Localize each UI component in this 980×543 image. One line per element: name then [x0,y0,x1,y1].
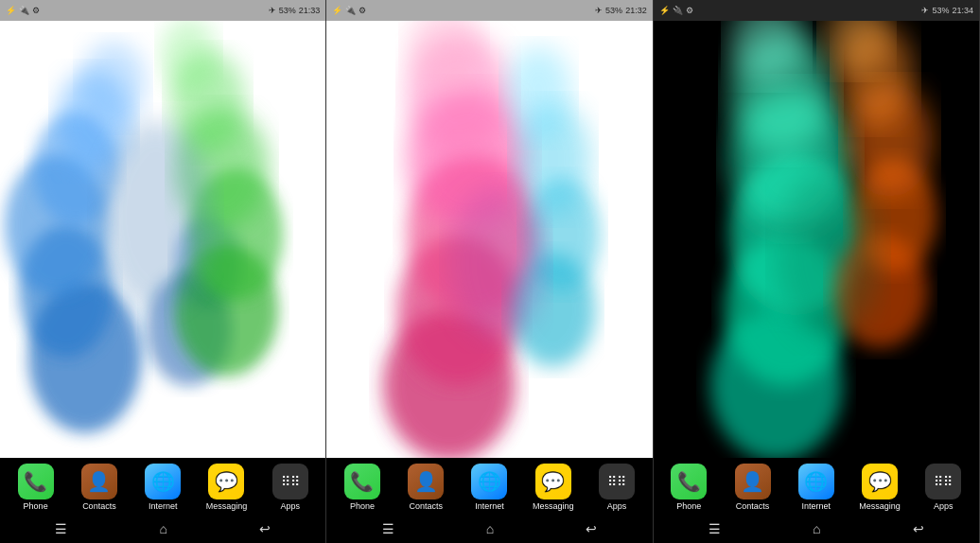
dock-item-phone-2[interactable]: 📞 Phone [341,464,384,511]
dock-2: 📞 Phone 👤 Contacts 🌐 Internet 💬 Messagin… [326,458,652,515]
nav-bar-1: ☰ ⌂ ↩ [0,515,325,543]
nav-bar-3: ☰ ⌂ ↩ [654,515,979,543]
internet-label-2: Internet [475,501,504,511]
svg-point-13 [99,121,213,310]
smoke-svg-2 [326,21,652,458]
dock-item-internet-3[interactable]: 🌐 Internet [795,464,838,511]
phone-icon-2: 📞 [344,464,380,499]
usb-icon-2: ⚡ [332,6,342,15]
airplane-icon-3: ✈ [921,6,929,15]
notif-icon-3: ⚙ [686,6,693,15]
messaging-label-2: Messaging [533,501,574,511]
messaging-icon-2: 💬 [535,464,571,499]
apps-icon-1: ⠿⠿ [272,464,308,499]
back-btn-3[interactable]: ↩ [913,521,924,536]
dock-item-internet-1[interactable]: 🌐 Internet [141,464,184,511]
dock-item-internet-2[interactable]: 🌐 Internet [467,464,511,511]
phone-screen-2: ⚡ 🔌 ⚙ ✈ 53% 21:32 [326,0,653,543]
dock-item-phone-1[interactable]: 📞 Phone [14,464,58,511]
svg-point-24 [449,187,544,339]
svg-point-5 [80,41,147,126]
dock-item-messaging-2[interactable]: 💬 Messaging [532,464,575,511]
nav-bar-2: ☰ ⌂ ↩ [326,515,652,543]
dock-item-apps-2[interactable]: ⠿⠿ Apps [595,464,639,511]
menu-btn-2[interactable]: ☰ [382,521,394,536]
dock-item-contacts-2[interactable]: 👤 Contacts [404,464,447,511]
internet-icon-2: 🌐 [471,464,507,499]
dock-item-messaging-3[interactable]: 💬 Messaging [858,464,901,511]
airplane-icon-2: ✈ [595,6,603,15]
smoke-svg-1 [0,21,325,458]
dock-item-messaging-1[interactable]: 💬 Messaging [204,464,248,511]
airplane-icon-1: ✈ [269,6,276,15]
wallpaper-1 [0,21,325,458]
plug-icon-2: 🔌 [345,6,356,15]
menu-btn-3[interactable]: ☰ [709,521,721,536]
status-left-3: ⚡ 🔌 ⚙ [659,6,693,15]
phone-icon-3: 📞 [671,464,707,499]
usb-icon-3: ⚡ [659,6,670,15]
internet-icon-1: 🌐 [145,464,181,499]
status-bar-2: ⚡ 🔌 ⚙ ✈ 53% 21:32 [326,0,652,21]
home-btn-1[interactable]: ⌂ [159,521,166,536]
phone-screen-3: ⚡ 🔌 ⚙ ✈ 53% 21:34 [654,0,980,543]
home-btn-3[interactable]: ⌂ [813,521,820,536]
svg-point-23 [506,45,572,140]
apps-icon-3: ⠿⠿ [925,464,961,499]
back-btn-1[interactable]: ↩ [259,521,271,536]
internet-label-3: Internet [802,501,831,511]
battery-1: 53% [279,6,296,15]
phone-screen-1: ⚡ 🔌 ⚙ ✈ 53% 21:33 [0,0,326,543]
dock-1: 📞 Phone 👤 Contacts 🌐 Internet 💬 Messagin… [0,458,325,515]
status-bar-3: ⚡ 🔌 ⚙ ✈ 53% 21:34 [654,0,979,21]
notif-icon: ⚙ [32,6,40,15]
usb-icon: ⚡ [6,6,16,15]
status-right-2: ✈ 53% 21:32 [595,6,647,15]
phone-label-3: Phone [676,501,701,511]
apps-label-2: Apps [607,501,627,511]
contacts-label-3: Contacts [736,501,770,511]
wallpaper-2 [326,21,652,458]
apps-label-3: Apps [934,501,954,511]
plug-icon-3: 🔌 [673,6,683,15]
status-right-1: ✈ 53% 21:33 [269,6,321,15]
notif-icon-2: ⚙ [359,6,366,15]
dock-item-contacts-3[interactable]: 👤 Contacts [731,464,775,511]
dock-item-apps-1[interactable]: ⠿⠿ Apps [269,464,312,511]
internet-icon-3: 🌐 [798,464,834,499]
time-3: 21:34 [952,6,973,15]
back-btn-2[interactable]: ↩ [586,521,597,536]
status-right-3: ✈ 53% 21:34 [921,6,973,15]
dock-item-contacts-1[interactable]: 👤 Contacts [78,464,121,511]
status-bar-1: ⚡ 🔌 ⚙ ✈ 53% 21:33 [0,0,325,21]
internet-label-1: Internet [149,501,178,511]
messaging-label-3: Messaging [859,501,901,511]
battery-3: 53% [932,6,949,15]
svg-point-36 [776,168,880,339]
contacts-icon-2: 👤 [408,464,444,499]
plug-icon: 🔌 [19,6,29,15]
time-2: 21:32 [625,6,647,15]
dock-item-apps-3[interactable]: ⠿⠿ Apps [921,464,965,511]
svg-point-12 [161,21,218,93]
dock-icons-2: 📞 Phone 👤 Contacts 🌐 Internet 💬 Messagin… [330,464,648,511]
smoke-svg-3 [654,21,979,458]
messaging-icon-1: 💬 [208,464,244,499]
dock-icons-3: 📞 Phone 👤 Contacts 🌐 Internet 💬 Messagin… [657,464,975,511]
status-left-1: ⚡ 🔌 ⚙ [6,6,40,15]
apps-icon-2: ⠿⠿ [599,464,635,499]
battery-2: 53% [605,6,622,15]
phone-label-2: Phone [350,501,375,511]
phone-icon-1: 📞 [18,464,54,499]
messaging-label-1: Messaging [206,501,248,511]
wallpaper-3 [654,21,979,458]
dock-item-phone-3[interactable]: 📞 Phone [667,464,710,511]
status-left-2: ⚡ 🔌 ⚙ [332,6,366,15]
home-btn-2[interactable]: ⌂ [486,521,494,536]
menu-btn-1[interactable]: ☰ [55,521,67,536]
dock-icons-1: 📞 Phone 👤 Contacts 🌐 Internet 💬 Messagin… [4,464,322,511]
time-1: 21:33 [299,6,321,15]
messaging-icon-3: 💬 [862,464,898,499]
contacts-icon-3: 👤 [735,464,771,499]
dock-3: 📞 Phone 👤 Contacts 🌐 Internet 💬 Messagin… [654,458,979,515]
